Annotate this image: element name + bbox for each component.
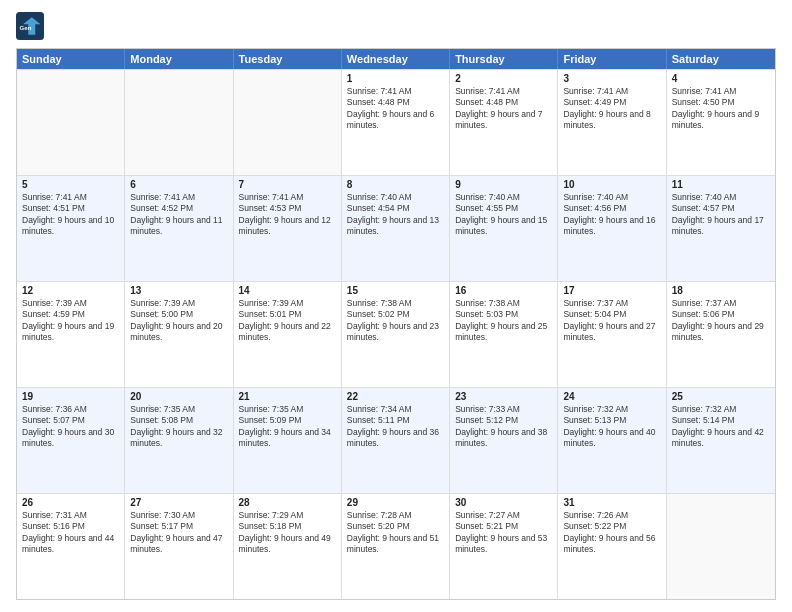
calendar-cell-r4c6	[667, 494, 775, 599]
calendar-cell-r1c0: 5Sunrise: 7:41 AM Sunset: 4:51 PM Daylig…	[17, 176, 125, 281]
cell-info: Sunrise: 7:34 AM Sunset: 5:11 PM Dayligh…	[347, 404, 444, 450]
cell-info: Sunrise: 7:35 AM Sunset: 5:09 PM Dayligh…	[239, 404, 336, 450]
calendar-cell-r2c0: 12Sunrise: 7:39 AM Sunset: 4:59 PM Dayli…	[17, 282, 125, 387]
day-number: 28	[239, 497, 336, 508]
logo: Gen	[16, 12, 48, 40]
calendar-cell-r0c2	[234, 70, 342, 175]
cell-info: Sunrise: 7:38 AM Sunset: 5:03 PM Dayligh…	[455, 298, 552, 344]
cell-info: Sunrise: 7:26 AM Sunset: 5:22 PM Dayligh…	[563, 510, 660, 556]
calendar-cell-r2c4: 16Sunrise: 7:38 AM Sunset: 5:03 PM Dayli…	[450, 282, 558, 387]
cell-info: Sunrise: 7:32 AM Sunset: 5:14 PM Dayligh…	[672, 404, 770, 450]
calendar-cell-r0c6: 4Sunrise: 7:41 AM Sunset: 4:50 PM Daylig…	[667, 70, 775, 175]
cell-info: Sunrise: 7:40 AM Sunset: 4:55 PM Dayligh…	[455, 192, 552, 238]
cell-info: Sunrise: 7:41 AM Sunset: 4:52 PM Dayligh…	[130, 192, 227, 238]
cell-info: Sunrise: 7:39 AM Sunset: 5:00 PM Dayligh…	[130, 298, 227, 344]
calendar-cell-r0c5: 3Sunrise: 7:41 AM Sunset: 4:49 PM Daylig…	[558, 70, 666, 175]
calendar-row-1: 5Sunrise: 7:41 AM Sunset: 4:51 PM Daylig…	[17, 175, 775, 281]
cell-info: Sunrise: 7:39 AM Sunset: 4:59 PM Dayligh…	[22, 298, 119, 344]
day-number: 16	[455, 285, 552, 296]
day-number: 30	[455, 497, 552, 508]
cell-info: Sunrise: 7:31 AM Sunset: 5:16 PM Dayligh…	[22, 510, 119, 556]
calendar-cell-r0c4: 2Sunrise: 7:41 AM Sunset: 4:48 PM Daylig…	[450, 70, 558, 175]
day-number: 3	[563, 73, 660, 84]
calendar-cell-r4c5: 31Sunrise: 7:26 AM Sunset: 5:22 PM Dayli…	[558, 494, 666, 599]
header-day-wednesday: Wednesday	[342, 49, 450, 69]
calendar-row-0: 1Sunrise: 7:41 AM Sunset: 4:48 PM Daylig…	[17, 69, 775, 175]
day-number: 20	[130, 391, 227, 402]
calendar-header: SundayMondayTuesdayWednesdayThursdayFrid…	[17, 49, 775, 69]
cell-info: Sunrise: 7:30 AM Sunset: 5:17 PM Dayligh…	[130, 510, 227, 556]
calendar: SundayMondayTuesdayWednesdayThursdayFrid…	[16, 48, 776, 600]
logo-icon: Gen	[16, 12, 44, 40]
calendar-cell-r0c1	[125, 70, 233, 175]
calendar-cell-r4c1: 27Sunrise: 7:30 AM Sunset: 5:17 PM Dayli…	[125, 494, 233, 599]
day-number: 25	[672, 391, 770, 402]
cell-info: Sunrise: 7:39 AM Sunset: 5:01 PM Dayligh…	[239, 298, 336, 344]
calendar-cell-r2c3: 15Sunrise: 7:38 AM Sunset: 5:02 PM Dayli…	[342, 282, 450, 387]
day-number: 19	[22, 391, 119, 402]
calendar-cell-r0c0	[17, 70, 125, 175]
day-number: 31	[563, 497, 660, 508]
cell-info: Sunrise: 7:41 AM Sunset: 4:49 PM Dayligh…	[563, 86, 660, 132]
header-day-friday: Friday	[558, 49, 666, 69]
calendar-cell-r4c3: 29Sunrise: 7:28 AM Sunset: 5:20 PM Dayli…	[342, 494, 450, 599]
calendar-cell-r3c4: 23Sunrise: 7:33 AM Sunset: 5:12 PM Dayli…	[450, 388, 558, 493]
header: Gen	[16, 12, 776, 40]
calendar-cell-r3c0: 19Sunrise: 7:36 AM Sunset: 5:07 PM Dayli…	[17, 388, 125, 493]
day-number: 23	[455, 391, 552, 402]
calendar-cell-r1c6: 11Sunrise: 7:40 AM Sunset: 4:57 PM Dayli…	[667, 176, 775, 281]
header-day-sunday: Sunday	[17, 49, 125, 69]
cell-info: Sunrise: 7:28 AM Sunset: 5:20 PM Dayligh…	[347, 510, 444, 556]
svg-text:Gen: Gen	[20, 24, 32, 31]
day-number: 21	[239, 391, 336, 402]
day-number: 26	[22, 497, 119, 508]
calendar-cell-r3c6: 25Sunrise: 7:32 AM Sunset: 5:14 PM Dayli…	[667, 388, 775, 493]
cell-info: Sunrise: 7:41 AM Sunset: 4:53 PM Dayligh…	[239, 192, 336, 238]
cell-info: Sunrise: 7:41 AM Sunset: 4:48 PM Dayligh…	[347, 86, 444, 132]
calendar-cell-r1c4: 9Sunrise: 7:40 AM Sunset: 4:55 PM Daylig…	[450, 176, 558, 281]
day-number: 10	[563, 179, 660, 190]
day-number: 12	[22, 285, 119, 296]
header-day-tuesday: Tuesday	[234, 49, 342, 69]
calendar-cell-r4c4: 30Sunrise: 7:27 AM Sunset: 5:21 PM Dayli…	[450, 494, 558, 599]
cell-info: Sunrise: 7:40 AM Sunset: 4:57 PM Dayligh…	[672, 192, 770, 238]
day-number: 8	[347, 179, 444, 190]
cell-info: Sunrise: 7:41 AM Sunset: 4:48 PM Dayligh…	[455, 86, 552, 132]
calendar-cell-r1c2: 7Sunrise: 7:41 AM Sunset: 4:53 PM Daylig…	[234, 176, 342, 281]
calendar-cell-r1c5: 10Sunrise: 7:40 AM Sunset: 4:56 PM Dayli…	[558, 176, 666, 281]
day-number: 22	[347, 391, 444, 402]
calendar-cell-r2c1: 13Sunrise: 7:39 AM Sunset: 5:00 PM Dayli…	[125, 282, 233, 387]
calendar-cell-r2c6: 18Sunrise: 7:37 AM Sunset: 5:06 PM Dayli…	[667, 282, 775, 387]
day-number: 17	[563, 285, 660, 296]
cell-info: Sunrise: 7:37 AM Sunset: 5:04 PM Dayligh…	[563, 298, 660, 344]
calendar-cell-r1c3: 8Sunrise: 7:40 AM Sunset: 4:54 PM Daylig…	[342, 176, 450, 281]
page: Gen SundayMondayTuesdayWednesdayThursday…	[0, 0, 792, 612]
calendar-row-3: 19Sunrise: 7:36 AM Sunset: 5:07 PM Dayli…	[17, 387, 775, 493]
cell-info: Sunrise: 7:40 AM Sunset: 4:56 PM Dayligh…	[563, 192, 660, 238]
calendar-row-2: 12Sunrise: 7:39 AM Sunset: 4:59 PM Dayli…	[17, 281, 775, 387]
cell-info: Sunrise: 7:40 AM Sunset: 4:54 PM Dayligh…	[347, 192, 444, 238]
calendar-cell-r3c5: 24Sunrise: 7:32 AM Sunset: 5:13 PM Dayli…	[558, 388, 666, 493]
day-number: 18	[672, 285, 770, 296]
calendar-cell-r4c0: 26Sunrise: 7:31 AM Sunset: 5:16 PM Dayli…	[17, 494, 125, 599]
header-day-thursday: Thursday	[450, 49, 558, 69]
calendar-cell-r1c1: 6Sunrise: 7:41 AM Sunset: 4:52 PM Daylig…	[125, 176, 233, 281]
calendar-cell-r2c2: 14Sunrise: 7:39 AM Sunset: 5:01 PM Dayli…	[234, 282, 342, 387]
calendar-cell-r0c3: 1Sunrise: 7:41 AM Sunset: 4:48 PM Daylig…	[342, 70, 450, 175]
day-number: 1	[347, 73, 444, 84]
calendar-cell-r4c2: 28Sunrise: 7:29 AM Sunset: 5:18 PM Dayli…	[234, 494, 342, 599]
day-number: 14	[239, 285, 336, 296]
day-number: 15	[347, 285, 444, 296]
day-number: 13	[130, 285, 227, 296]
calendar-cell-r3c1: 20Sunrise: 7:35 AM Sunset: 5:08 PM Dayli…	[125, 388, 233, 493]
day-number: 2	[455, 73, 552, 84]
day-number: 9	[455, 179, 552, 190]
calendar-cell-r3c3: 22Sunrise: 7:34 AM Sunset: 5:11 PM Dayli…	[342, 388, 450, 493]
day-number: 7	[239, 179, 336, 190]
day-number: 4	[672, 73, 770, 84]
header-day-saturday: Saturday	[667, 49, 775, 69]
cell-info: Sunrise: 7:41 AM Sunset: 4:51 PM Dayligh…	[22, 192, 119, 238]
cell-info: Sunrise: 7:41 AM Sunset: 4:50 PM Dayligh…	[672, 86, 770, 132]
calendar-row-4: 26Sunrise: 7:31 AM Sunset: 5:16 PM Dayli…	[17, 493, 775, 599]
calendar-cell-r2c5: 17Sunrise: 7:37 AM Sunset: 5:04 PM Dayli…	[558, 282, 666, 387]
